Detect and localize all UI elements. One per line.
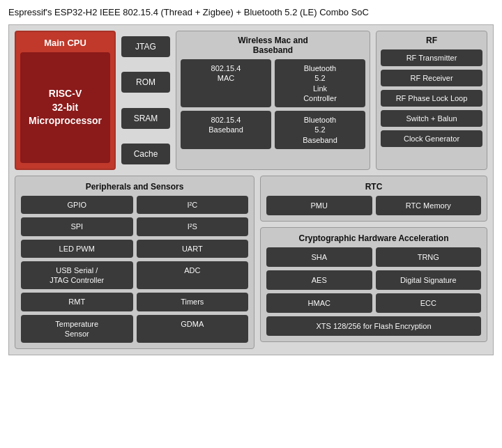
crypto-section: Cryptographic Hardware Acceleration SHA … xyxy=(260,227,487,342)
top-row: Main CPU RISC-V32-bitMicroprocessor JTAG… xyxy=(15,31,487,170)
main-cpu-section: Main CPU RISC-V32-bitMicroprocessor xyxy=(15,31,116,170)
rtc-memory-box: RTC Memory xyxy=(376,196,482,215)
rf-title: RF xyxy=(381,36,482,45)
pmu-box: PMU xyxy=(266,196,372,215)
bottom-row: Peripherals and Sensors GPIO I²C SPI I²S… xyxy=(15,176,487,349)
peripherals-section: Peripherals and Sensors GPIO I²C SPI I²S… xyxy=(15,176,254,349)
wireless-section: Wireless Mac andBaseband 802.15.4MAC Blu… xyxy=(176,31,370,170)
peripherals-grid: GPIO I²C SPI I²S LED PWM UART USB Serial… xyxy=(21,196,248,343)
crypto-grid: SHA TRNG AES Digital Signature HMAC ECC … xyxy=(266,247,481,336)
rtc-grid: PMU RTC Memory xyxy=(266,196,481,215)
mac-8021504-box: 802.15.4MAC xyxy=(181,59,271,107)
memory-column: JTAG ROM SRAM Cache xyxy=(121,31,170,170)
led-pwm-box: LED PWM xyxy=(21,240,133,258)
gpio-box: GPIO xyxy=(21,196,133,214)
clock-generator-box: Clock Generator xyxy=(381,130,482,147)
rf-receiver-box: RF Receiver xyxy=(381,70,482,86)
page-title: Espressif's ESP32-H2 IEEE 802.15.4 (Thre… xyxy=(8,7,494,17)
uart-box: UART xyxy=(137,240,249,258)
spi-box: SPI xyxy=(21,217,133,235)
baseband-8021504-box: 802.15.4Baseband xyxy=(181,111,271,149)
sram-box: SRAM xyxy=(121,108,170,129)
rf-pll-box: RF Phase Lock Loop xyxy=(381,90,482,107)
crypto-title: Cryptographic Hardware Acceleration xyxy=(266,233,481,243)
cache-box: Cache xyxy=(121,144,170,164)
usb-serial-box: USB Serial /JTAG Controller xyxy=(21,261,133,290)
rf-transmitter-box: RF Transmitter xyxy=(381,49,482,66)
rf-section: RF RF Transmitter RF Receiver RF Phase L… xyxy=(376,31,487,170)
xts-flash-box: XTS 128/256 for Flash Encryption xyxy=(266,316,481,336)
i2s-box: I²S xyxy=(137,217,249,235)
rf-list: RF Transmitter RF Receiver RF Phase Lock… xyxy=(381,49,482,147)
main-cpu-title: Main CPU xyxy=(44,38,86,48)
trng-box: TRNG xyxy=(376,247,482,267)
hmac-box: HMAC xyxy=(266,293,372,313)
main-cpu-processor-label: RISC-V32-bitMicroprocessor xyxy=(29,87,102,128)
main-cpu-inner: RISC-V32-bitMicroprocessor xyxy=(20,52,110,163)
sha-box: SHA xyxy=(266,247,372,267)
gdma-box: GDMA xyxy=(137,315,249,343)
peripherals-title: Peripherals and Sensors xyxy=(21,182,248,192)
wireless-title: Wireless Mac andBaseband xyxy=(181,36,365,55)
i2c-box: I²C xyxy=(137,196,249,214)
jtag-box: JTAG xyxy=(121,36,170,57)
right-bottom-column: RTC PMU RTC Memory Cryptographic Hardwar… xyxy=(260,176,487,349)
diagram: Main CPU RISC-V32-bitMicroprocessor JTAG… xyxy=(8,24,494,355)
bt-link-controller-box: Bluetooth5.2LinkController xyxy=(275,59,365,107)
timers-box: Timers xyxy=(137,293,249,311)
rtc-title: RTC xyxy=(266,182,481,192)
adc-box: ADC xyxy=(137,261,249,290)
digital-sig-box: Digital Signature xyxy=(376,270,482,290)
rtc-section: RTC PMU RTC Memory xyxy=(260,176,487,222)
wireless-grid: 802.15.4MAC Bluetooth5.2LinkController 8… xyxy=(181,59,365,149)
temp-sensor-box: TemperatureSensor xyxy=(21,315,133,343)
rf-switch-balun-box: Switch + Balun xyxy=(381,110,482,127)
aes-box: AES xyxy=(266,270,372,290)
bt-baseband-box: Bluetooth5.2Baseband xyxy=(275,111,365,149)
ecc-box: ECC xyxy=(376,293,482,313)
rmt-box: RMT xyxy=(21,293,133,311)
rom-box: ROM xyxy=(121,72,170,93)
